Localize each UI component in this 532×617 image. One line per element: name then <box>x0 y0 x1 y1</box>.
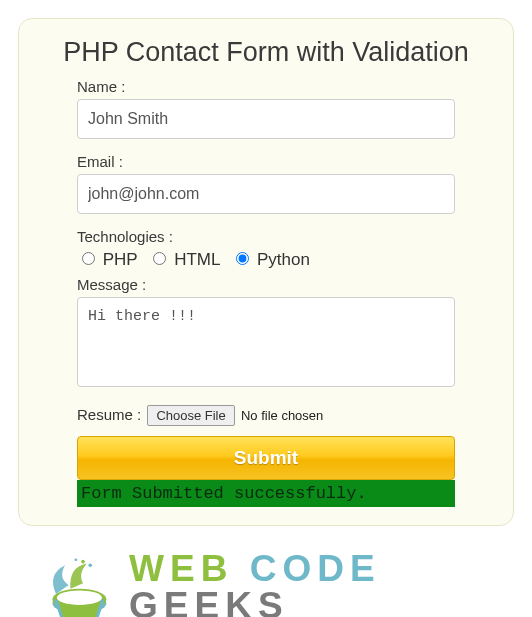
tech-radio-php[interactable] <box>82 252 95 265</box>
success-message: Form Submitted successfully. <box>77 480 455 507</box>
brand-word-web: WEB <box>129 548 233 589</box>
resume-row: Resume : Choose File No file chosen <box>77 405 455 426</box>
brand-name: WEB CODE GEEKS <box>129 550 514 617</box>
brand-word-geeks: GEEKS <box>129 585 289 617</box>
resume-label: Resume : <box>77 406 141 423</box>
svg-point-2 <box>57 590 102 604</box>
email-input[interactable] <box>77 174 455 214</box>
tech-label-python: Python <box>257 250 310 269</box>
tech-label-php: PHP <box>103 250 138 269</box>
contact-form-card: PHP Contact Form with Validation Name : … <box>18 18 514 526</box>
choose-file-button[interactable]: Choose File <box>147 405 234 426</box>
email-label: Email : <box>77 153 455 170</box>
message-input[interactable]: Hi there !!! <box>77 297 455 387</box>
name-input[interactable] <box>77 99 455 139</box>
file-status: No file chosen <box>241 408 323 423</box>
tech-radio-html[interactable] <box>153 252 166 265</box>
tech-label-html: HTML <box>174 250 220 269</box>
submit-button[interactable]: Submit <box>77 436 455 480</box>
brand-word-code: CODE <box>250 548 381 589</box>
form-title: PHP Contact Form with Validation <box>39 37 493 68</box>
brand-text: WEB CODE GEEKS WEB DEVELOPERS RESOURCE C… <box>129 550 514 617</box>
name-label: Name : <box>77 78 455 95</box>
technologies-label: Technologies : <box>77 228 455 245</box>
form-body: Name : Email : Technologies : PHP HTML P… <box>39 78 493 507</box>
technologies-row: PHP HTML Python <box>77 249 455 270</box>
svg-point-3 <box>81 560 85 564</box>
brand-logo: WEB CODE GEEKS WEB DEVELOPERS RESOURCE C… <box>38 550 514 617</box>
svg-point-4 <box>88 563 92 567</box>
svg-point-5 <box>74 559 77 562</box>
brand-mark-icon <box>38 552 119 617</box>
tech-radio-python[interactable] <box>236 252 249 265</box>
message-label: Message : <box>77 276 455 293</box>
